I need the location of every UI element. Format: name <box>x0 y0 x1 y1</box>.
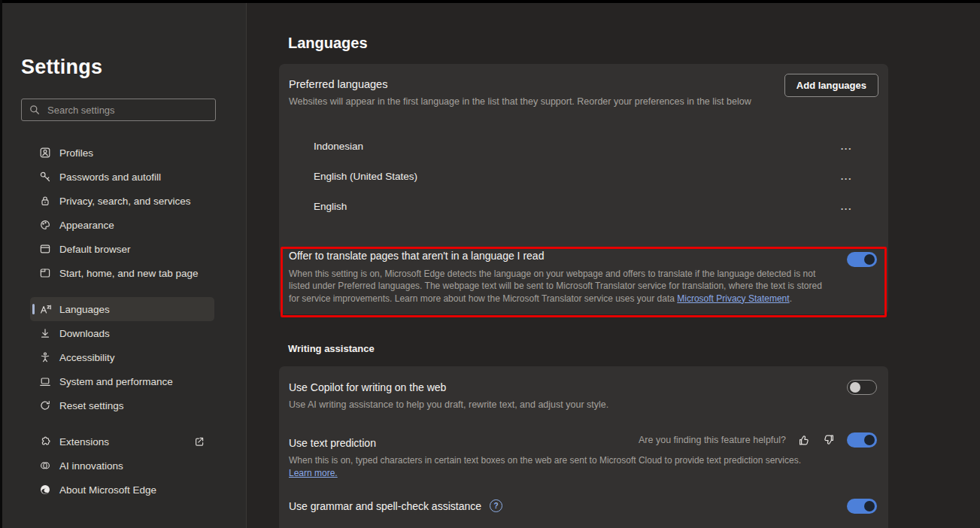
toggle-knob <box>864 254 875 265</box>
palette-icon <box>39 219 51 231</box>
settings-nav: Profiles Passwords and autofill Privacy,… <box>30 141 225 502</box>
copilot-writing-title: Use Copilot for writing on the web <box>289 381 446 393</box>
sidebar-item-label: System and performance <box>59 376 173 387</box>
ai-innovations-icon <box>39 460 51 472</box>
sidebar-item-accessibility[interactable]: Accessibility <box>30 345 214 369</box>
puzzle-icon <box>39 435 51 448</box>
page-title: Languages <box>288 35 368 52</box>
language-name: English <box>314 201 347 212</box>
settings-sidebar: Settings Profiles Passwords and autofill… <box>0 3 247 528</box>
grammar-spellcheck-toggle[interactable] <box>847 499 877 514</box>
more-actions-button[interactable]: ... <box>836 200 857 213</box>
sidebar-item-label: Extensions <box>59 436 109 448</box>
sidebar-item-privacy[interactable]: Privacy, search, and services <box>30 189 214 213</box>
language-row: Indonesian ... <box>314 131 857 161</box>
new-tab-page-icon <box>39 267 51 279</box>
search-settings-box[interactable] <box>21 99 216 121</box>
sidebar-item-label: Downloads <box>59 328 110 339</box>
sidebar-item-label: Appearance <box>59 220 114 231</box>
nav-group-gap <box>30 417 225 429</box>
toggle-knob <box>864 501 875 511</box>
text-prediction-description: When this is on, typed characters in cer… <box>289 455 801 466</box>
thumb-up-icon <box>797 433 811 447</box>
grammar-spellcheck-row: Use grammar and spell-check assistance ? <box>289 499 502 512</box>
thumbs-down-button[interactable] <box>822 433 836 447</box>
offer-translate-toggle[interactable] <box>847 252 877 267</box>
sidebar-item-label: Start, home, and new tab page <box>59 268 199 279</box>
edge-logo-icon <box>39 484 51 496</box>
edge-settings-window: Settings Profiles Passwords and autofill… <box>0 0 980 528</box>
nav-group-gap <box>30 285 225 297</box>
feedback-prompt: Are you finding this feature helpful? <box>639 435 786 445</box>
search-icon <box>29 104 41 116</box>
accessibility-icon <box>39 351 51 363</box>
laptop-icon <box>39 375 51 387</box>
selected-indicator <box>32 304 35 314</box>
more-actions-button[interactable]: ... <box>836 140 857 153</box>
preferred-languages-title: Preferred languages <box>289 78 387 90</box>
browser-window-icon <box>39 243 51 255</box>
sidebar-item-label: AI innovations <box>59 460 123 472</box>
sidebar-item-label: Accessibility <box>59 352 115 363</box>
language-name: Indonesian <box>314 141 363 152</box>
text-prediction-feedback-row: Are you finding this feature helpful? <box>639 432 877 448</box>
copilot-writing-subtitle: Use AI writing assistance to help you dr… <box>289 399 608 410</box>
language-name: English (United States) <box>314 171 417 182</box>
sidebar-item-downloads[interactable]: Downloads <box>30 321 214 345</box>
sidebar-item-label: Default browser <box>59 244 131 255</box>
thumbs-up-button[interactable] <box>797 433 811 447</box>
language-row: English ... <box>314 191 857 221</box>
preferred-languages-card: Preferred languages Websites will appear… <box>279 64 888 314</box>
sidebar-item-appearance[interactable]: Appearance <box>30 213 214 237</box>
add-languages-button[interactable]: Add languages <box>784 74 878 97</box>
sidebar-item-label: Privacy, search, and services <box>59 196 191 207</box>
more-actions-button[interactable]: ... <box>836 170 857 183</box>
settings-main-panel: Languages Preferred languages Websites w… <box>247 3 980 528</box>
copilot-writing-toggle[interactable] <box>847 380 877 395</box>
sidebar-item-label: About Microsoft Edge <box>59 484 156 496</box>
text-prediction-toggle[interactable] <box>847 432 877 448</box>
grammar-spellcheck-title: Use grammar and spell-check assistance <box>289 500 481 512</box>
writing-assistance-section-title: Writing assistance <box>288 343 375 354</box>
window-left-edge <box>0 0 2 528</box>
sidebar-item-reset-settings[interactable]: Reset settings <box>30 393 214 417</box>
reset-icon <box>39 399 51 411</box>
external-link-icon <box>193 435 205 448</box>
language-row: English (United States) ... <box>314 161 857 191</box>
sidebar-item-label: Passwords and autofill <box>59 171 161 183</box>
sidebar-item-label: Languages <box>59 304 110 315</box>
preferred-languages-subtitle: Websites will appear in the first langua… <box>289 96 751 107</box>
help-icon[interactable]: ? <box>490 499 502 512</box>
sidebar-item-about-edge[interactable]: About Microsoft Edge <box>30 478 214 502</box>
key-icon <box>39 171 51 183</box>
sidebar-item-ai-innovations[interactable]: AI innovations <box>30 454 214 478</box>
text-prediction-title: Use text prediction <box>289 437 376 449</box>
window-top-edge <box>0 0 980 3</box>
offer-translate-description: When this setting is on, Microsoft Edge … <box>289 268 824 305</box>
sidebar-item-languages[interactable]: Languages <box>30 297 214 321</box>
sidebar-item-extensions[interactable]: Extensions <box>30 429 214 454</box>
toggle-knob <box>864 435 875 445</box>
sidebar-item-label: Reset settings <box>59 400 124 411</box>
sentence-period: . <box>790 293 792 304</box>
sidebar-item-start-home[interactable]: Start, home, and new tab page <box>30 261 214 285</box>
thumb-down-icon <box>822 433 836 447</box>
settings-title: Settings <box>21 56 225 79</box>
learn-more-link[interactable]: Learn more. <box>289 468 338 478</box>
lock-icon <box>39 195 51 207</box>
profile-icon <box>39 147 51 159</box>
sidebar-item-profiles[interactable]: Profiles <box>30 141 214 165</box>
sidebar-item-default-browser[interactable]: Default browser <box>30 237 214 261</box>
privacy-statement-link[interactable]: Microsoft Privacy Statement <box>677 293 789 304</box>
toggle-knob <box>850 382 860 393</box>
sidebar-item-system-performance[interactable]: System and performance <box>30 369 214 393</box>
translate-icon <box>39 303 51 315</box>
download-icon <box>39 327 51 339</box>
sidebar-item-passwords[interactable]: Passwords and autofill <box>30 165 214 189</box>
sidebar-item-label: Profiles <box>59 147 93 159</box>
search-settings-input[interactable] <box>46 104 208 117</box>
writing-assistance-card: Use Copilot for writing on the web Use A… <box>279 366 888 528</box>
offer-translate-title: Offer to translate pages that aren't in … <box>289 250 544 262</box>
